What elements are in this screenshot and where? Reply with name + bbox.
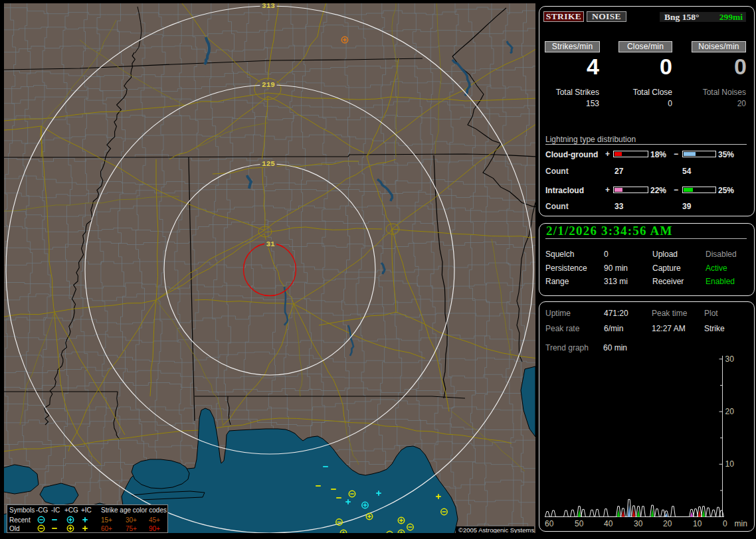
svg-text:Old: Old: [9, 525, 20, 532]
svg-text:219: 219: [262, 81, 275, 89]
svg-text:75+: 75+: [126, 525, 137, 532]
svg-text:31: 31: [266, 240, 275, 248]
svg-text:+IC: +IC: [81, 506, 92, 514]
svg-text:Recent: Recent: [9, 516, 31, 524]
svg-text:90+: 90+: [149, 525, 160, 532]
svg-text:Symbols: Symbols: [9, 506, 35, 514]
svg-text:-CG: -CG: [36, 506, 48, 514]
svg-text:60+: 60+: [101, 525, 112, 532]
svg-text:125: 125: [262, 160, 275, 168]
svg-text:-IC: -IC: [51, 506, 60, 514]
svg-text:+CG: +CG: [64, 506, 78, 514]
svg-text:45+: 45+: [149, 516, 160, 524]
svg-text:Strike age color codes: Strike age color codes: [101, 506, 167, 514]
svg-text:30+: 30+: [126, 516, 137, 524]
svg-text:15+: 15+: [101, 516, 112, 524]
svg-text:©2005 Astrogenic Systems: ©2005 Astrogenic Systems: [458, 526, 534, 534]
